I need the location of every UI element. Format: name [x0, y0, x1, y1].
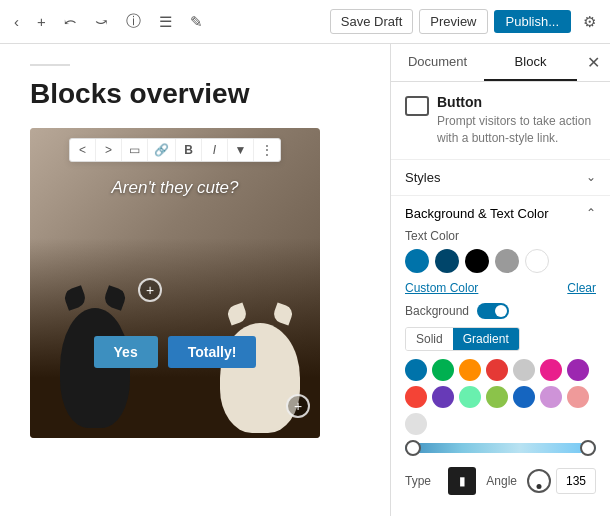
plus-icon-small-2: +	[294, 398, 302, 414]
angle-dot	[537, 484, 542, 489]
text-color-swatches	[405, 249, 596, 273]
custom-color-link[interactable]: Custom Color	[405, 281, 478, 295]
tab-document[interactable]: Document	[391, 44, 484, 81]
button-title: Button	[437, 94, 596, 110]
block-toolbar-rect[interactable]: ▭	[122, 139, 148, 161]
gradient-slider-container	[405, 443, 596, 453]
block-toolbar-link[interactable]: 🔗	[148, 139, 176, 161]
type-label: Type	[405, 474, 438, 488]
block-toolbar: < > ▭ 🔗 B I ▼ ⋮	[69, 138, 281, 162]
styles-chevron-icon: ⌄	[586, 170, 596, 184]
add-block-bottom-right[interactable]: +	[286, 394, 310, 418]
gradient-track	[405, 443, 596, 453]
text-color-white[interactable]	[525, 249, 549, 273]
edit-button[interactable]: ✎	[184, 9, 209, 35]
editor-area: Blocks overview Aren't they cute? < > ▭ …	[0, 44, 390, 516]
text-color-black[interactable]	[465, 249, 489, 273]
angle-label: Angle	[486, 474, 517, 488]
totally-button[interactable]: Totally!	[168, 336, 257, 368]
block-toolbar-italic[interactable]: I	[202, 139, 228, 161]
grid-color-green[interactable]	[432, 359, 454, 381]
image-buttons: Yes Totally!	[30, 336, 320, 368]
panel-close-button[interactable]: ✕	[577, 47, 610, 78]
gradient-tab[interactable]: Gradient	[453, 328, 519, 350]
grid-color-dblue[interactable]	[513, 386, 535, 408]
angle-circle[interactable]	[527, 469, 551, 493]
grid-color-lred[interactable]	[567, 386, 589, 408]
grid-color-mint[interactable]	[459, 386, 481, 408]
bg-text-color-section: Background & Text Color ⌃ Text Color Cus…	[391, 196, 610, 505]
block-toolbar-left[interactable]: <	[70, 139, 96, 161]
grid-color-lgray[interactable]	[513, 359, 535, 381]
grid-color-pink[interactable]	[540, 359, 562, 381]
gear-icon: ⚙	[583, 13, 596, 30]
publish-button[interactable]: Publish...	[494, 10, 571, 33]
grid-color-blue[interactable]	[405, 359, 427, 381]
button-description: Prompt visitors to take action with a bu…	[437, 113, 596, 147]
block-toolbar-dropdown[interactable]: ▼	[228, 139, 254, 161]
button-info: Button Prompt visitors to take action wi…	[437, 94, 596, 147]
text-color-gray[interactable]	[495, 249, 519, 273]
custom-color-row: Custom Color Clear	[405, 281, 596, 295]
type-box-icon: ▮	[459, 474, 466, 488]
color-section-chevron-icon: ⌃	[586, 206, 596, 220]
toolbar-left: ‹ + ⤺ ⤻ ⓘ ☰ ✎	[8, 8, 324, 35]
solid-tab[interactable]: Solid	[406, 328, 453, 350]
main-layout: Blocks overview Aren't they cute? < > ▭ …	[0, 44, 610, 516]
settings-button[interactable]: ⚙	[577, 9, 602, 35]
gradient-thumb-right[interactable]	[580, 440, 596, 456]
list-icon: ☰	[159, 13, 172, 31]
pencil-icon: ✎	[190, 13, 203, 31]
solid-gradient-tabs: Solid Gradient	[405, 327, 520, 351]
color-grid	[405, 359, 596, 435]
list-view-button[interactable]: ☰	[153, 9, 178, 35]
toolbar-right: Save Draft Preview Publish... ⚙	[330, 9, 602, 35]
add-block-top-left[interactable]: +	[138, 278, 162, 302]
image-block[interactable]: Aren't they cute? < > ▭ 🔗 B I ▼ ⋮ Yes To…	[30, 128, 320, 438]
right-panel: Document Block ✕ Button Prompt visitors …	[390, 44, 610, 516]
grid-color-lpurple[interactable]	[540, 386, 562, 408]
redo-button[interactable]: ⤻	[89, 9, 114, 35]
grid-color-red2[interactable]	[405, 386, 427, 408]
grid-color-dpurple[interactable]	[432, 386, 454, 408]
panel-tabs: Document Block ✕	[391, 44, 610, 82]
button-info-section: Button Prompt visitors to take action wi…	[391, 82, 610, 160]
grid-color-red[interactable]	[486, 359, 508, 381]
back-button[interactable]: ‹	[8, 9, 25, 34]
add-block-button[interactable]: +	[31, 9, 52, 34]
gradient-thumb-left[interactable]	[405, 440, 421, 456]
color-section-header[interactable]: Background & Text Color ⌃	[405, 206, 596, 221]
grid-color-vlgray[interactable]	[405, 413, 427, 435]
block-toolbar-right[interactable]: >	[96, 139, 122, 161]
chevron-left-icon: ‹	[14, 13, 19, 30]
angle-input[interactable]	[556, 468, 596, 494]
text-color-blue[interactable]	[405, 249, 429, 273]
type-angle-row: Type ▮ Angle	[405, 461, 596, 495]
info-icon: ⓘ	[126, 12, 141, 31]
preview-button[interactable]: Preview	[419, 9, 487, 34]
top-toolbar: ‹ + ⤺ ⤻ ⓘ ☰ ✎ Save Draft Preview Publish…	[0, 0, 610, 44]
grid-color-purple[interactable]	[567, 359, 589, 381]
tab-block[interactable]: Block	[484, 44, 577, 81]
image-caption: Aren't they cute?	[30, 178, 320, 198]
type-box[interactable]: ▮	[448, 467, 476, 495]
button-block-icon	[405, 96, 429, 116]
background-toggle[interactable]	[477, 303, 509, 319]
clear-button[interactable]: Clear	[567, 281, 596, 295]
image-background	[30, 128, 320, 438]
plus-icon: +	[37, 13, 46, 30]
undo-icon: ⤺	[64, 13, 77, 31]
grid-color-lgreen[interactable]	[486, 386, 508, 408]
undo-button[interactable]: ⤺	[58, 9, 83, 35]
grid-color-orange[interactable]	[459, 359, 481, 381]
save-draft-button[interactable]: Save Draft	[330, 9, 413, 34]
block-toolbar-bold[interactable]: B	[176, 139, 202, 161]
background-toggle-row: Background	[405, 303, 596, 319]
info-button[interactable]: ⓘ	[120, 8, 147, 35]
plus-icon-small: +	[146, 282, 154, 298]
styles-accordion[interactable]: Styles ⌄	[391, 160, 610, 196]
block-toolbar-more[interactable]: ⋮	[254, 139, 280, 161]
page-title: Blocks overview	[30, 78, 360, 110]
yes-button[interactable]: Yes	[94, 336, 158, 368]
text-color-darkblue[interactable]	[435, 249, 459, 273]
